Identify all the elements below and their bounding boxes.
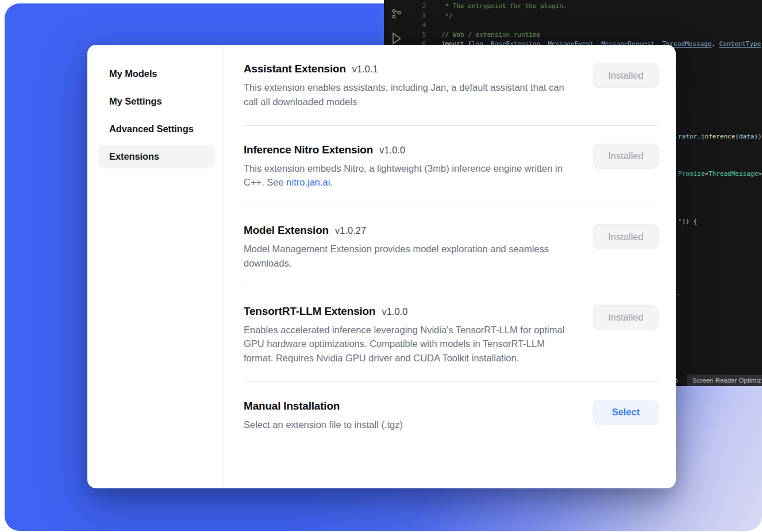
extension-name: Model Extension: [244, 224, 329, 237]
assistant-installed-button[interactable]: Installed: [593, 63, 659, 88]
code-fragment: rator.inference(data));: [678, 133, 762, 140]
extension-name: Assistant Extension: [244, 63, 346, 75]
code-token: Promise: [678, 170, 705, 178]
extension-description: This extension embeds Nitro, a lightweig…: [244, 161, 574, 190]
code-token: data: [739, 133, 755, 140]
code-text: // Web / extension runtime: [426, 30, 540, 40]
extension-version: v1.0.1: [352, 64, 378, 75]
extension-info: Inference Nitro Extension v1.0.0 This ex…: [244, 144, 593, 190]
description-text: .: [330, 177, 333, 187]
sidebar-item-advanced-settings[interactable]: Advanced Settings: [98, 117, 215, 141]
code-token: ": [678, 218, 682, 225]
code-line: 4: [384, 21, 762, 30]
code-token: rator.: [678, 133, 701, 140]
code-token: inference: [701, 133, 736, 140]
extension-info: TensortRT-LLM Extension v1.0.0 Enables a…: [244, 305, 593, 365]
manual-select-button[interactable]: Select: [593, 400, 659, 425]
code-token: ));: [754, 133, 762, 140]
line-number: 5: [384, 30, 426, 40]
extension-info: Assistant Extension v1.0.1 This extensio…: [244, 63, 593, 109]
code-token: )) {: [682, 218, 698, 225]
extension-row-model: Model Extension v1.0.27 Model Management…: [244, 206, 659, 287]
code-line: 3 */: [384, 11, 762, 21]
screen-reader-badge[interactable]: Screen Reader Optimiz: [687, 375, 762, 386]
extension-description: Model Management Extension provides mode…: [244, 242, 574, 271]
sidebar-item-my-settings[interactable]: My Settings: [98, 90, 215, 113]
code-text: * The entrypoint for the plugin.: [426, 2, 567, 11]
extension-name: TensortRT-LLM Extension: [244, 305, 375, 318]
code-text: */: [426, 11, 453, 21]
settings-sidebar: My Models My Settings Advanced Settings …: [87, 45, 224, 488]
model-installed-button[interactable]: Installed: [593, 224, 659, 249]
extension-version: v1.0.0: [379, 145, 405, 156]
sidebar-item-extensions[interactable]: Extensions: [98, 145, 215, 168]
nitro-installed-button[interactable]: Installed: [593, 144, 659, 169]
line-number: 3: [384, 11, 426, 21]
extension-name: Manual Installation: [244, 400, 340, 413]
extensions-panel: Assistant Extension v1.0.1 This extensio…: [224, 45, 676, 488]
settings-modal: My Models My Settings Advanced Settings …: [87, 45, 676, 488]
extension-description: Enables accelerated inference leveraging…: [244, 323, 574, 365]
code-token: <: [705, 170, 709, 178]
extension-description: Select an extension file to install (.tg…: [244, 418, 574, 432]
sidebar-item-my-models[interactable]: My Models: [98, 62, 215, 86]
extension-row-inference-nitro: Inference Nitro Extension v1.0.0 This ex…: [244, 126, 659, 207]
extension-row-manual-installation: Manual Installation Select an extension …: [244, 382, 659, 448]
code-token: ThreadMessage: [709, 170, 758, 178]
line-number: 4: [384, 21, 426, 30]
extension-name: Inference Nitro Extension: [244, 144, 373, 156]
code-line: 2 * The entrypoint for the plugin.: [384, 2, 762, 11]
code-line: 5// Web / extension runtime: [384, 30, 762, 40]
code-token: >: [758, 170, 762, 178]
extension-row-tensorrt-llm: TensortRT-LLM Extension v1.0.0 Enables a…: [244, 287, 659, 382]
code-fragment: ")) {: [678, 218, 697, 225]
extension-version: v1.0.0: [382, 306, 407, 317]
extension-row-assistant: Assistant Extension v1.0.1 This extensio…: [244, 45, 659, 126]
code-token: (: [735, 133, 739, 140]
extension-info: Model Extension v1.0.27 Model Management…: [244, 224, 593, 271]
nitro-jan-ai-link[interactable]: nitro.jan.ai: [286, 177, 330, 187]
code-fragment: Promise<ThreadMessage>: [678, 170, 762, 178]
extension-description: This extension enables assistants, inclu…: [244, 80, 574, 109]
extension-version: v1.0.27: [335, 225, 366, 236]
extension-info: Manual Installation Select an extension …: [244, 400, 593, 432]
line-number: 2: [384, 2, 426, 11]
code-area: 2 * The entrypoint for the plugin. 3 */ …: [384, 2, 762, 49]
tensorrt-installed-button[interactable]: Installed: [593, 305, 659, 330]
code-text: [426, 21, 441, 30]
